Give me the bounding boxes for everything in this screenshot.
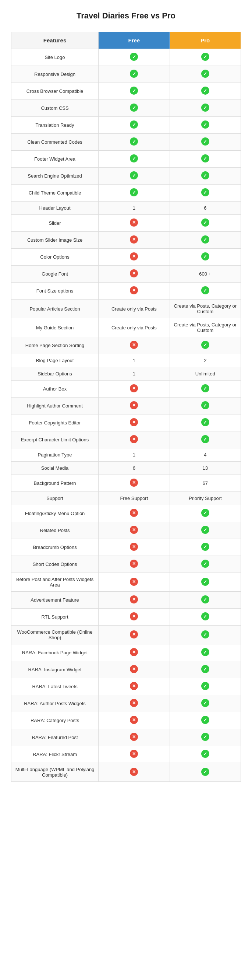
free-cell (98, 431, 170, 449)
check-icon (201, 648, 209, 656)
free-cell: Free Support (98, 492, 170, 505)
free-cell (98, 185, 170, 202)
feature-cell: RARA: Category Posts (11, 712, 98, 729)
check-icon (201, 252, 209, 261)
check-icon (201, 103, 209, 111)
pro-cell (170, 729, 241, 746)
feature-cell: RARA: Latest Tweets (11, 678, 98, 695)
feature-cell: Support (11, 492, 98, 505)
free-cell: 6 (98, 461, 170, 475)
feature-cell: Home Page Section Sorting (11, 337, 98, 354)
check-icon (130, 171, 138, 180)
feature-cell: Slider (11, 215, 98, 232)
free-cell (98, 609, 170, 625)
cross-icon (130, 526, 138, 534)
table-row: Color Options (11, 249, 241, 266)
table-row: Site Logo (11, 49, 241, 66)
feature-cell: WooCommerce Compatible (Online Shop) (11, 625, 98, 644)
table-row: RARA: Flickr Stream (11, 746, 241, 763)
pro-cell (170, 49, 241, 66)
free-cell (98, 83, 170, 100)
table-row: Floating/Sticky Menu Option (11, 505, 241, 522)
feature-cell: Clean Commented Codes (11, 134, 98, 151)
pro-cell (170, 185, 241, 202)
check-icon (201, 560, 209, 568)
feature-cell: Breadcrumb Options (11, 539, 98, 556)
pro-cell (170, 215, 241, 232)
table-row: Sidebar Options1Unlimited (11, 368, 241, 380)
pro-cell (170, 505, 241, 522)
table-row: Related Posts (11, 522, 241, 539)
free-cell: Create only via Posts (98, 318, 170, 337)
free-cell (98, 168, 170, 185)
free-cell: Create only via Posts (98, 299, 170, 318)
check-icon (201, 509, 209, 517)
cross-icon (130, 235, 138, 243)
free-cell (98, 100, 170, 117)
table-row: Search Engine Optimized (11, 168, 241, 185)
feature-cell: Search Engine Optimized (11, 168, 98, 185)
feature-cell: Highlight Author Comment (11, 398, 98, 414)
table-row: Breadcrumb Options (11, 539, 241, 556)
check-icon (201, 87, 209, 95)
free-cell (98, 283, 170, 299)
check-icon (201, 733, 209, 741)
cross-icon (130, 682, 138, 690)
cross-icon (130, 699, 138, 707)
free-cell (98, 266, 170, 283)
free-cell (98, 398, 170, 414)
pro-cell (170, 134, 241, 151)
feature-cell: Custom CSS (11, 100, 98, 117)
feature-cell: Short Codes Options (11, 556, 98, 573)
free-cell (98, 49, 170, 66)
pro-cell (170, 746, 241, 763)
free-cell: 1 (98, 449, 170, 461)
cross-icon (130, 630, 138, 638)
check-icon (201, 750, 209, 758)
check-icon (201, 595, 209, 603)
pro-cell (170, 763, 241, 782)
feature-cell: Header Layout (11, 202, 98, 215)
cross-icon (130, 595, 138, 603)
check-icon (130, 188, 138, 196)
table-row: Slider (11, 215, 241, 232)
feature-cell: Related Posts (11, 522, 98, 539)
check-icon (130, 121, 138, 129)
check-icon (201, 665, 209, 673)
free-cell (98, 151, 170, 168)
table-row: Child Theme Compatible (11, 185, 241, 202)
table-row: Translation Ready (11, 117, 241, 134)
pro-cell (170, 522, 241, 539)
table-row: Home Page Section Sorting (11, 337, 241, 354)
comparison-table: Features Free Pro Site LogoResponsive De… (11, 32, 241, 782)
pro-cell (170, 592, 241, 609)
pro-cell (170, 398, 241, 414)
page-title: Travel Diaries Free vs Pro (11, 7, 241, 24)
pro-cell (170, 249, 241, 266)
table-row: Multi-Language (WPML and Polylang Compat… (11, 763, 241, 782)
check-icon (201, 286, 209, 294)
free-cell (98, 746, 170, 763)
table-row: Footer Copyrights Editor (11, 414, 241, 431)
check-icon (201, 578, 209, 586)
check-icon (201, 699, 209, 707)
cross-icon (130, 341, 138, 349)
feature-cell: Footer Copyrights Editor (11, 414, 98, 431)
header-pro: Pro (170, 32, 241, 49)
feature-cell: Before Post and After Posts Widgets Area (11, 573, 98, 592)
pro-cell (170, 414, 241, 431)
pro-cell (170, 380, 241, 398)
cross-icon (130, 768, 138, 776)
free-cell: 1 (98, 202, 170, 215)
table-row: RARA: Facebook Page Widget (11, 644, 241, 661)
check-icon (201, 52, 209, 61)
feature-cell: Excerpt Character Limit Options (11, 431, 98, 449)
table-row: Advertisement Feature (11, 592, 241, 609)
pro-cell: Create via Posts, Category or Custom (170, 299, 241, 318)
header-free: Free (98, 32, 170, 49)
pro-cell (170, 117, 241, 134)
pro-cell (170, 695, 241, 712)
feature-cell: Font Size options (11, 283, 98, 299)
feature-cell: RARA: Flickr Stream (11, 746, 98, 763)
pro-cell (170, 539, 241, 556)
